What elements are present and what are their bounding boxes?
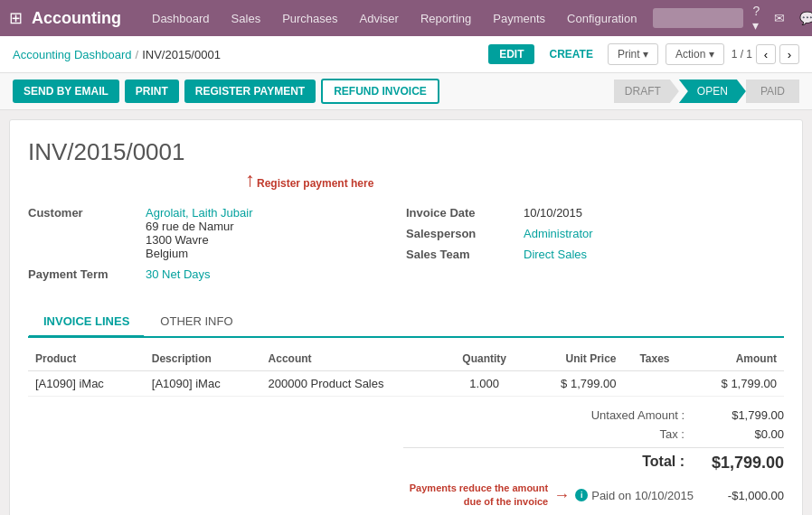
table-row: [A1090] iMac [A1090] iMac 200000 Product…	[28, 371, 784, 397]
pager-text: 1 / 1	[732, 48, 752, 61]
tab-invoice-lines[interactable]: INVOICE LINES	[28, 306, 145, 338]
cell-taxes	[624, 371, 686, 397]
customer-address2: 1300 Wavre	[146, 233, 253, 247]
tax-value: $0.00	[703, 427, 784, 441]
invoice-number: INV/2015/0001	[28, 138, 784, 166]
nav-adviser[interactable]: Adviser	[351, 0, 408, 36]
sales-team-value[interactable]: Direct Sales	[524, 248, 587, 261]
col-product: Product	[28, 347, 145, 371]
tab-other-info[interactable]: OTHER INFO	[145, 306, 248, 336]
col-taxes: Taxes	[624, 347, 686, 371]
left-fields: Customer Agrolait, Laith Jubair 69 rue d…	[28, 206, 406, 288]
breadcrumb-parent[interactable]: Accounting Dashboard	[13, 48, 132, 61]
tax-label: Tax :	[403, 427, 703, 441]
info-icon[interactable]: i	[575, 489, 588, 501]
messages-icon[interactable]: 💬21	[794, 11, 812, 25]
breadcrumb: Accounting Dashboard / INV/2015/0001	[13, 48, 221, 61]
col-quantity: Quantity	[443, 347, 525, 371]
breadcrumb-separator: /	[136, 48, 139, 61]
pager-prev[interactable]: ‹	[756, 44, 776, 64]
col-amount: Amount	[685, 347, 784, 371]
right-fields: Invoice Date 10/10/2015 Salesperson Admi…	[406, 206, 784, 288]
untaxed-row: Untaxed Amount : $1,799.00	[403, 406, 784, 425]
payment-term-field: Payment Term 30 Net Days	[28, 267, 406, 281]
cell-product: [A1090] iMac	[28, 371, 145, 397]
nav-reporting[interactable]: Reporting	[411, 0, 480, 36]
customer-name[interactable]: Agrolait, Laith Jubair	[146, 206, 253, 220]
total-label: Total :	[403, 454, 703, 473]
bottom-annotation-area: Payments reduce the amount due of the in…	[403, 482, 591, 510]
nav-payments[interactable]: Payments	[484, 0, 554, 36]
step-draft: DRAFT	[614, 80, 679, 103]
total-value: $1,799.00	[703, 454, 784, 473]
totals-section: Untaxed Amount : $1,799.00 Tax : $0.00 T…	[28, 406, 784, 515]
salesperson-value[interactable]: Administrator	[524, 227, 593, 240]
print-button[interactable]: Print ▾	[608, 43, 658, 65]
paid-label: Paid on 10/10/2015	[591, 489, 703, 502]
step-open: OPEN	[679, 80, 746, 103]
invoice-date-label: Invoice Date	[406, 206, 515, 220]
customer-field: Customer Agrolait, Laith Jubair 69 rue d…	[28, 206, 406, 260]
step-paid: PAID	[746, 80, 799, 103]
annotation-up-arrow: ↑	[245, 168, 255, 192]
mail-icon[interactable]: ✉	[769, 11, 790, 25]
payment-term-value[interactable]: 30 Net Days	[146, 267, 211, 281]
pager: 1 / 1 ‹ ›	[732, 44, 799, 64]
invoice-date-value: 10/10/2015	[524, 206, 582, 220]
salesperson-label: Salesperson	[406, 227, 515, 240]
cell-description: [A1090] iMac	[145, 371, 261, 397]
help-icon[interactable]: ?▾	[747, 4, 765, 33]
cell-amount: $ 1,799.00	[685, 371, 784, 397]
paid-value: -$1,000.00	[703, 489, 784, 502]
invoice-tabs: INVOICE LINES OTHER INFO	[28, 306, 784, 338]
payment-term-label: Payment Term	[28, 267, 137, 281]
annotation-block: ↑ Register payment here	[245, 175, 373, 192]
sales-team-field: Sales Team Direct Sales	[406, 248, 784, 261]
cell-quantity: 1.000	[443, 371, 525, 397]
refund-invoice-button[interactable]: REFUND INVOICE	[321, 79, 439, 104]
breadcrumb-bar: Accounting Dashboard / INV/2015/0001 EDI…	[0, 36, 812, 73]
status-bar: SEND BY EMAIL PRINT REGISTER PAYMENT REF…	[0, 73, 812, 110]
nav-sales[interactable]: Sales	[222, 0, 270, 36]
create-button[interactable]: CREATE	[542, 44, 600, 64]
invoice-date-field: Invoice Date 10/10/2015	[406, 206, 784, 220]
cell-unit-price: $ 1,799.00	[525, 371, 624, 397]
breadcrumb-current: INV/2015/0001	[142, 48, 221, 61]
customer-country: Belgium	[146, 247, 253, 260]
col-description: Description	[145, 347, 261, 371]
payments-annotation: Payments reduce the amount due of the in…	[403, 482, 548, 510]
totals-table: Untaxed Amount : $1,799.00 Tax : $0.00 T…	[403, 406, 784, 515]
untaxed-value: $1,799.00	[703, 408, 784, 422]
print-invoice-button[interactable]: PRINT	[125, 80, 179, 103]
top-nav: ⊞ Accounting Dashboard Sales Purchases A…	[0, 0, 812, 36]
nav-dashboard[interactable]: Dashboard	[143, 0, 219, 36]
nav-configuration[interactable]: Configuration	[558, 0, 646, 36]
col-unit-price: Unit Price	[525, 347, 624, 371]
sales-team-label: Sales Team	[406, 248, 515, 261]
search-input[interactable]	[653, 8, 743, 28]
customer-value: Agrolait, Laith Jubair 69 rue de Namur 1…	[146, 206, 253, 260]
status-steps: DRAFT OPEN PAID	[614, 80, 799, 103]
untaxed-label: Untaxed Amount :	[403, 408, 703, 422]
action-button[interactable]: Action ▾	[666, 43, 724, 65]
salesperson-field: Salesperson Administrator	[406, 227, 784, 240]
nav-purchases[interactable]: Purchases	[273, 0, 346, 36]
customer-address1: 69 rue de Namur	[146, 220, 253, 233]
invoice-table: Product Description Account Quantity Uni…	[28, 347, 784, 397]
pager-next[interactable]: ›	[779, 44, 799, 64]
cell-account: 200000 Product Sales	[261, 371, 444, 397]
payment-annotation-row: Payments reduce the amount due of the in…	[403, 478, 784, 513]
invoice-content: INV/2015/0001 ↑ Register payment here Cu…	[9, 119, 803, 515]
edit-button[interactable]: EDIT	[488, 44, 534, 64]
tax-row: Tax : $0.00	[403, 425, 784, 444]
register-payment-button[interactable]: REGISTER PAYMENT	[184, 80, 316, 103]
register-annotation: ↑ Register payment here	[245, 175, 373, 192]
annotation-right-arrow: →	[553, 486, 570, 505]
action-area: EDIT CREATE Print ▾ Action ▾ 1 / 1 ‹ ›	[488, 43, 799, 65]
total-row: Total : $1,799.00	[403, 447, 784, 478]
col-account: Account	[261, 347, 444, 371]
send-email-button[interactable]: SEND BY EMAIL	[13, 80, 119, 103]
app-name: Accounting	[32, 9, 121, 28]
customer-label: Customer	[28, 206, 137, 260]
app-grid-icon[interactable]: ⊞	[9, 8, 23, 28]
